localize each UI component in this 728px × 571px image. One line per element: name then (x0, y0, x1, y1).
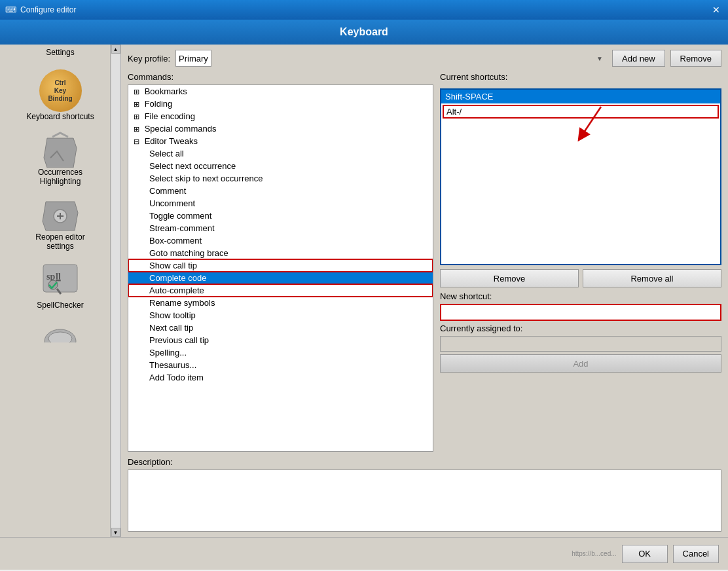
shortcuts-list-container: Shift-SPACE Alt-/ (440, 88, 721, 265)
tree-item-add-todo[interactable]: Add Todo item (128, 371, 433, 384)
key-profile-select[interactable]: Primary (175, 50, 211, 67)
bookmarks-label: Bookmarks (145, 86, 187, 96)
expand-icon-special: ⊞ (134, 125, 139, 133)
svg-point-7 (48, 332, 72, 342)
tree-item-select-skip[interactable]: Select skip to next occurrence (128, 172, 433, 185)
sidebar-item-settings[interactable]: Settings (10, 45, 111, 64)
add-shortcut-button: Add (440, 354, 721, 373)
tree-item-thesaurus[interactable]: Thesaurus... (128, 359, 433, 371)
new-shortcut-input[interactable] (440, 304, 721, 321)
key-profile-select-wrapper: Primary (175, 50, 607, 67)
tree-item-editor-tweaks[interactable]: ⊟ Editor Tweaks (128, 135, 433, 147)
bottom-bar: https://b...ced... OK Cancel (0, 537, 728, 570)
dialog-header: Keyboard (0, 20, 728, 45)
expand-icon-file-encoding: ⊞ (134, 113, 139, 120)
sidebar-item-occurrences[interactable]: Occurrences Highlighting (10, 126, 111, 191)
sidebar-scroll-track (111, 54, 120, 528)
new-shortcut-section: New shortcut: Currently assigned to: Add (440, 291, 721, 373)
expand-icon-folding: ⊞ (134, 100, 139, 108)
tree-item-rename-symbols[interactable]: Rename symbols (128, 297, 433, 309)
remove-all-button[interactable]: Remove all (583, 269, 721, 287)
red-arrow-annotation (565, 100, 617, 153)
content-area: Key profile: Primary Add new Remove Comm… (121, 45, 728, 537)
cancel-button[interactable]: Cancel (673, 545, 719, 563)
remove-shortcut-button[interactable]: Remove (440, 269, 579, 287)
svg-text:ll: ll (56, 272, 61, 282)
remove-profile-button[interactable]: Remove (670, 50, 721, 67)
close-button[interactable]: ✕ (710, 3, 723, 16)
assigned-to-input (440, 336, 721, 352)
tree-item-prev-call-tip[interactable]: Previous call tip (128, 334, 433, 346)
tool-icon (41, 320, 80, 342)
description-label: Description: (128, 457, 721, 467)
tree-item-goto-brace[interactable]: Goto matching brace (128, 247, 433, 259)
app-icon: ⌨ (5, 5, 16, 14)
svg-line-8 (581, 107, 601, 136)
spellchecker-label: SpellChecker (37, 301, 83, 310)
tree-item-comment[interactable]: Comment (128, 185, 433, 197)
reopen-icon (41, 196, 80, 232)
file-encoding-label: File encoding (145, 111, 195, 121)
add-new-button[interactable]: Add new (612, 50, 665, 67)
tree-item-toggle-comment[interactable]: Toggle comment (128, 210, 433, 222)
tree-item-show-call-tip[interactable]: Show call tip (128, 259, 433, 272)
expand-icon-editor-tweaks: ⊟ (134, 138, 139, 145)
new-shortcut-label: New shortcut: (440, 291, 721, 301)
sidebar-scrollbar[interactable]: ▲ ▼ (110, 45, 120, 537)
keyboard-icon: CtrlKey Binding (39, 69, 82, 112)
tree-item-uncomment[interactable]: Uncomment (128, 197, 433, 210)
commands-list[interactable]: ⊞ Bookmarks ⊞ Folding ⊞ File encoding ⊞ … (128, 84, 433, 452)
shortcuts-buttons: Remove Remove all (440, 269, 721, 287)
window-title: Configure editor (20, 5, 76, 14)
description-section: Description: (128, 457, 721, 532)
sidebar-scroll-down[interactable]: ▼ (111, 528, 120, 537)
tree-item-show-tooltip[interactable]: Show tooltip (128, 309, 433, 322)
title-bar: ⌨ Configure editor ✕ (0, 0, 728, 20)
commands-panel: Commands: ⊞ Bookmarks ⊞ Folding ⊞ File e… (128, 72, 433, 452)
tree-item-select-all[interactable]: Select all (128, 147, 433, 160)
folding-label: Folding (145, 99, 173, 109)
special-commands-label: Special commands (145, 124, 217, 134)
occurrences-icon (41, 132, 80, 168)
tree-item-auto-complete[interactable]: Auto-complete (128, 284, 433, 297)
sidebar-item-keyboard[interactable]: CtrlKey Binding Keyboard shortcuts (10, 64, 111, 126)
key-profile-label: Key profile: (128, 54, 170, 64)
editor-tweaks-label: Editor Tweaks (145, 136, 198, 146)
keyboard-label: Keyboard shortcuts (26, 112, 94, 121)
tree-item-stream-comment[interactable]: Stream-comment (128, 222, 433, 234)
key-profile-row: Key profile: Primary Add new Remove (128, 50, 721, 67)
tree-item-select-next[interactable]: Select next occurrence (128, 160, 433, 172)
assigned-to-label: Currently assigned to: (440, 323, 721, 333)
tree-item-complete-code[interactable]: Complete code (128, 272, 433, 284)
description-box (128, 470, 721, 532)
commands-shortcuts-layout: Commands: ⊞ Bookmarks ⊞ Folding ⊞ File e… (128, 72, 721, 452)
tree-item-spelling[interactable]: Spelling... (128, 346, 433, 359)
shortcuts-label: Current shortcuts: (440, 72, 721, 82)
occurrences-label: Occurrences Highlighting (38, 168, 82, 186)
tree-item-special-commands[interactable]: ⊞ Special commands (128, 122, 433, 135)
main-layout: Settings CtrlKey Binding Keyboard shortc… (0, 45, 728, 537)
tree-item-file-encoding[interactable]: ⊞ File encoding (128, 110, 433, 122)
sidebar-item-tool[interactable] (10, 315, 111, 348)
tree-item-next-call-tip[interactable]: Next call tip (128, 322, 433, 334)
watermark-url: https://b...ced... (572, 550, 616, 557)
tree-item-folding[interactable]: ⊞ Folding (128, 98, 433, 110)
sidebar-scroll-up[interactable]: ▲ (111, 45, 120, 54)
spellchecker-icon: sp ll (40, 261, 81, 301)
sidebar-item-spellchecker[interactable]: sp ll SpellChecker (10, 256, 111, 315)
shortcuts-panel: Current shortcuts: Shift-SPACE Alt-/ (440, 72, 721, 452)
tree-item-box-comment[interactable]: Box-comment (128, 234, 433, 247)
reopen-label: Reopen editor settings (35, 232, 84, 251)
commands-label: Commands: (128, 72, 433, 82)
ok-button[interactable]: OK (622, 545, 668, 563)
expand-icon-bookmarks: ⊞ (134, 88, 139, 96)
tree-item-bookmarks[interactable]: ⊞ Bookmarks (128, 85, 433, 98)
sidebar: Settings CtrlKey Binding Keyboard shortc… (0, 45, 121, 537)
settings-label: Settings (46, 48, 74, 57)
sidebar-item-reopen[interactable]: Reopen editor settings (10, 191, 111, 256)
